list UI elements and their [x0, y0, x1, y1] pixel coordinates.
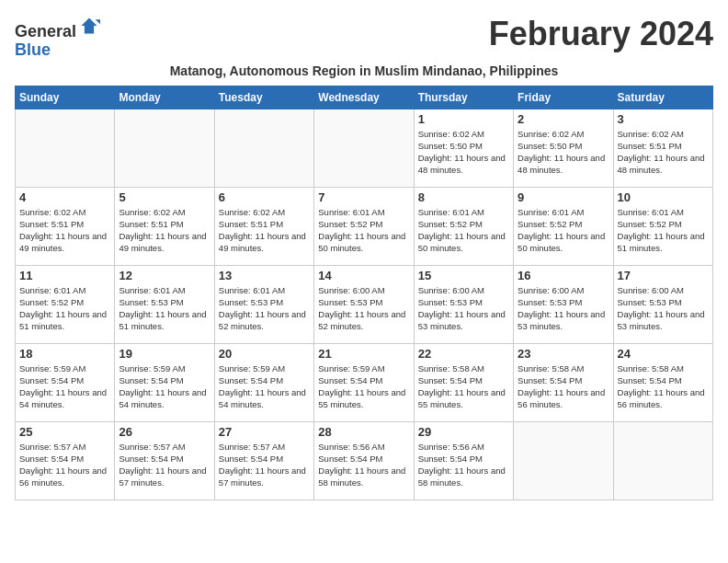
calendar-header-wednesday: Wednesday: [314, 86, 414, 109]
month-title: February 2024: [489, 15, 713, 53]
day-number: 13: [219, 269, 310, 282]
day-number: 26: [119, 425, 210, 439]
calendar-day-cell: 18Sunrise: 5:59 AMSunset: 5:54 PMDayligh…: [16, 343, 115, 421]
day-info: Sunrise: 5:57 AMSunset: 5:54 PMDaylight:…: [119, 441, 210, 489]
calendar-day-cell: [16, 109, 115, 187]
calendar-header-thursday: Thursday: [414, 86, 513, 109]
logo-blue-text: Blue: [15, 40, 51, 59]
day-info: Sunrise: 6:02 AMSunset: 5:51 PMDaylight:…: [219, 206, 310, 255]
day-number: 9: [518, 190, 609, 204]
calendar-day-cell: 14Sunrise: 6:00 AMSunset: 5:53 PMDayligh…: [314, 265, 414, 343]
day-number: 25: [19, 425, 110, 439]
day-number: 28: [318, 425, 409, 439]
day-number: 12: [119, 269, 210, 282]
calendar-day-cell: 5Sunrise: 6:02 AMSunset: 5:51 PMDaylight…: [115, 187, 214, 265]
day-info: Sunrise: 6:00 AMSunset: 5:53 PMDaylight:…: [618, 284, 709, 333]
day-number: 5: [119, 190, 210, 204]
calendar-header-saturday: Saturday: [613, 86, 712, 109]
day-number: 3: [618, 112, 709, 126]
day-number: 10: [618, 190, 709, 204]
logo-icon: [78, 15, 100, 37]
calendar-day-cell: 6Sunrise: 6:02 AMSunset: 5:51 PMDaylight…: [214, 187, 313, 265]
svg-marker-1: [96, 19, 100, 24]
day-info: Sunrise: 6:01 AMSunset: 5:53 PMDaylight:…: [219, 284, 310, 333]
calendar-day-cell: 10Sunrise: 6:01 AMSunset: 5:52 PMDayligh…: [613, 187, 712, 265]
day-info: Sunrise: 5:56 AMSunset: 5:54 PMDaylight:…: [418, 441, 509, 489]
day-number: 8: [418, 190, 509, 204]
calendar-day-cell: 15Sunrise: 6:00 AMSunset: 5:53 PMDayligh…: [414, 265, 513, 343]
day-number: 17: [618, 269, 709, 282]
calendar-day-cell: [314, 109, 414, 187]
day-info: Sunrise: 6:01 AMSunset: 5:53 PMDaylight:…: [119, 284, 210, 333]
calendar-day-cell: 25Sunrise: 5:57 AMSunset: 5:54 PMDayligh…: [16, 421, 115, 500]
day-info: Sunrise: 6:00 AMSunset: 5:53 PMDaylight:…: [518, 284, 609, 333]
calendar-day-cell: 22Sunrise: 5:58 AMSunset: 5:54 PMDayligh…: [414, 343, 513, 421]
day-info: Sunrise: 6:02 AMSunset: 5:51 PMDaylight:…: [119, 206, 210, 255]
day-info: Sunrise: 5:57 AMSunset: 5:54 PMDaylight:…: [219, 441, 310, 489]
day-number: 4: [19, 190, 110, 204]
day-info: Sunrise: 6:00 AMSunset: 5:53 PMDaylight:…: [318, 284, 409, 333]
calendar-subtitle: Matanog, Autonomous Region in Muslim Min…: [15, 63, 713, 78]
day-info: Sunrise: 5:58 AMSunset: 5:54 PMDaylight:…: [518, 362, 609, 411]
day-number: 24: [618, 347, 709, 361]
day-info: Sunrise: 6:01 AMSunset: 5:52 PMDaylight:…: [418, 206, 509, 255]
day-number: 1: [418, 112, 509, 126]
day-number: 19: [119, 347, 210, 361]
calendar-day-cell: 2Sunrise: 6:02 AMSunset: 5:50 PMDaylight…: [514, 109, 613, 187]
day-number: 27: [219, 425, 310, 439]
calendar-week-row: 1Sunrise: 6:02 AMSunset: 5:50 PMDaylight…: [16, 109, 713, 187]
calendar-header-row: SundayMondayTuesdayWednesdayThursdayFrid…: [16, 86, 713, 109]
day-info: Sunrise: 5:56 AMSunset: 5:54 PMDaylight:…: [318, 441, 409, 489]
logo: General Blue: [15, 15, 100, 60]
day-info: Sunrise: 5:59 AMSunset: 5:54 PMDaylight:…: [219, 362, 310, 411]
day-info: Sunrise: 6:02 AMSunset: 5:50 PMDaylight:…: [518, 128, 609, 177]
day-info: Sunrise: 5:59 AMSunset: 5:54 PMDaylight:…: [19, 362, 110, 411]
calendar-day-cell: 4Sunrise: 6:02 AMSunset: 5:51 PMDaylight…: [16, 187, 115, 265]
logo-general-text: General: [15, 22, 76, 40]
calendar-day-cell: 29Sunrise: 5:56 AMSunset: 5:54 PMDayligh…: [414, 421, 513, 500]
day-number: 21: [318, 347, 409, 361]
calendar-day-cell: 7Sunrise: 6:01 AMSunset: 5:52 PMDaylight…: [314, 187, 414, 265]
day-info: Sunrise: 6:01 AMSunset: 5:52 PMDaylight:…: [618, 206, 709, 255]
calendar-day-cell: 21Sunrise: 5:59 AMSunset: 5:54 PMDayligh…: [314, 343, 414, 421]
day-info: Sunrise: 5:59 AMSunset: 5:54 PMDaylight:…: [318, 362, 409, 411]
calendar-day-cell: 19Sunrise: 5:59 AMSunset: 5:54 PMDayligh…: [115, 343, 214, 421]
calendar-header-friday: Friday: [514, 86, 613, 109]
calendar-table: SundayMondayTuesdayWednesdayThursdayFrid…: [15, 86, 713, 500]
calendar-day-cell: 1Sunrise: 6:02 AMSunset: 5:50 PMDaylight…: [414, 109, 513, 187]
day-number: 23: [518, 347, 609, 361]
day-info: Sunrise: 6:02 AMSunset: 5:51 PMDaylight:…: [19, 206, 110, 255]
calendar-day-cell: 16Sunrise: 6:00 AMSunset: 5:53 PMDayligh…: [514, 265, 613, 343]
day-info: Sunrise: 6:02 AMSunset: 5:50 PMDaylight:…: [418, 128, 509, 177]
day-info: Sunrise: 5:58 AMSunset: 5:54 PMDaylight:…: [618, 362, 709, 411]
calendar-day-cell: 12Sunrise: 6:01 AMSunset: 5:53 PMDayligh…: [115, 265, 214, 343]
day-number: 2: [518, 112, 609, 126]
calendar-day-cell: 9Sunrise: 6:01 AMSunset: 5:52 PMDaylight…: [514, 187, 613, 265]
day-number: 7: [318, 190, 409, 204]
calendar-day-cell: 20Sunrise: 5:59 AMSunset: 5:54 PMDayligh…: [214, 343, 313, 421]
day-number: 18: [19, 347, 110, 361]
day-info: Sunrise: 5:58 AMSunset: 5:54 PMDaylight:…: [418, 362, 509, 411]
calendar-day-cell: 26Sunrise: 5:57 AMSunset: 5:54 PMDayligh…: [115, 421, 214, 500]
calendar-header-monday: Monday: [115, 86, 214, 109]
calendar-day-cell: 3Sunrise: 6:02 AMSunset: 5:51 PMDaylight…: [613, 109, 712, 187]
calendar-day-cell: 17Sunrise: 6:00 AMSunset: 5:53 PMDayligh…: [613, 265, 712, 343]
day-number: 22: [418, 347, 509, 361]
svg-marker-0: [81, 17, 97, 33]
calendar-day-cell: [514, 421, 613, 500]
calendar-week-row: 18Sunrise: 5:59 AMSunset: 5:54 PMDayligh…: [16, 343, 713, 421]
day-info: Sunrise: 6:01 AMSunset: 5:52 PMDaylight:…: [518, 206, 609, 255]
calendar-day-cell: [214, 109, 313, 187]
calendar-header-sunday: Sunday: [16, 86, 115, 109]
calendar-week-row: 11Sunrise: 6:01 AMSunset: 5:52 PMDayligh…: [16, 265, 713, 343]
day-info: Sunrise: 6:02 AMSunset: 5:51 PMDaylight:…: [618, 128, 709, 177]
calendar-day-cell: 23Sunrise: 5:58 AMSunset: 5:54 PMDayligh…: [514, 343, 613, 421]
day-info: Sunrise: 5:57 AMSunset: 5:54 PMDaylight:…: [19, 441, 110, 489]
calendar-week-row: 4Sunrise: 6:02 AMSunset: 5:51 PMDaylight…: [16, 187, 713, 265]
calendar-day-cell: 28Sunrise: 5:56 AMSunset: 5:54 PMDayligh…: [314, 421, 414, 500]
calendar-header-tuesday: Tuesday: [214, 86, 313, 109]
calendar-day-cell: 8Sunrise: 6:01 AMSunset: 5:52 PMDaylight…: [414, 187, 513, 265]
day-info: Sunrise: 5:59 AMSunset: 5:54 PMDaylight:…: [119, 362, 210, 411]
calendar-day-cell: 24Sunrise: 5:58 AMSunset: 5:54 PMDayligh…: [613, 343, 712, 421]
calendar-day-cell: [613, 421, 712, 500]
